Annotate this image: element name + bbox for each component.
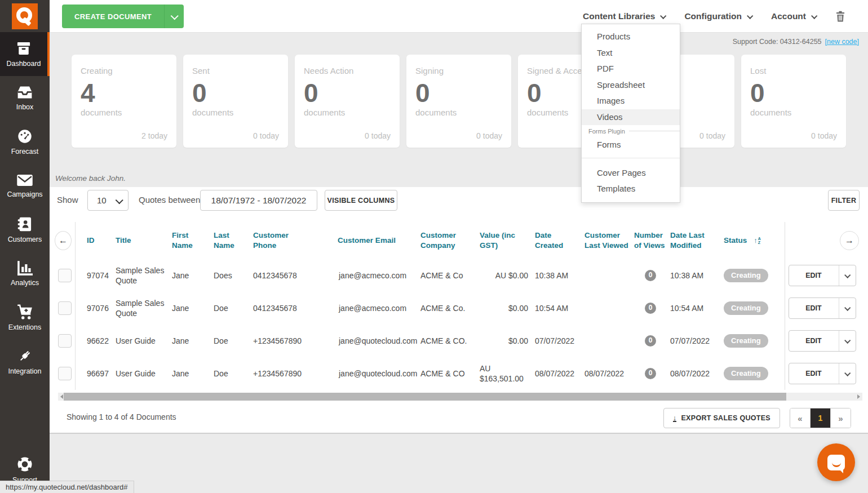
col-header-last-name[interactable]: Last Name xyxy=(214,222,253,259)
date-range-input[interactable]: 18/07/1972 - 18/07/2022 xyxy=(200,190,317,211)
col-header-last-viewed[interactable]: Customer Last Viewed xyxy=(584,222,634,259)
row-checkbox[interactable] xyxy=(58,334,72,348)
envelope-icon xyxy=(16,174,33,187)
edit-button-label[interactable]: EDIT xyxy=(789,298,839,318)
create-document-dropdown-toggle[interactable] xyxy=(164,5,184,28)
cell-last-name: Doe xyxy=(214,325,253,357)
edit-dropdown-toggle[interactable] xyxy=(839,298,856,318)
nav-content-libraries[interactable]: Content Libraries xyxy=(583,11,665,21)
col-header-customer-phone[interactable]: Customer Phone xyxy=(253,222,316,259)
menu-item-pdf[interactable]: PDF xyxy=(582,61,680,77)
cell-last-name: Doe xyxy=(214,292,253,325)
col-header-date-created[interactable]: Date Created xyxy=(535,222,584,259)
download-icon: ↓ xyxy=(673,415,677,422)
nav-account[interactable]: Account xyxy=(771,11,816,21)
card-today: 0 today xyxy=(476,131,502,140)
sidebar-item-analytics[interactable]: Analytics xyxy=(0,252,50,296)
cell-id: 96622 xyxy=(75,325,116,357)
row-checkbox[interactable] xyxy=(58,301,72,315)
scrollbar-thumb[interactable] xyxy=(64,393,786,401)
create-document-label[interactable]: CREATE DOCUMENT xyxy=(62,5,164,28)
col-header-title[interactable]: Title xyxy=(116,222,172,259)
col-header-id[interactable]: ID xyxy=(75,222,116,259)
trash-button[interactable] xyxy=(835,11,845,22)
edit-button-label[interactable]: EDIT xyxy=(789,265,839,286)
sidebar-item-dashboard[interactable]: Dashboard xyxy=(0,32,50,76)
sidebar-item-campaigns[interactable]: Campaigns xyxy=(0,164,50,208)
arrow-right-icon: → xyxy=(845,235,854,247)
cell-last-name: Doe xyxy=(214,357,253,390)
menu-item-videos[interactable]: Videos xyxy=(582,109,680,126)
col-header-customer-company[interactable]: Customer Company xyxy=(420,222,480,259)
chat-launcher-button[interactable] xyxy=(817,443,855,481)
edit-button-label[interactable]: EDIT xyxy=(789,363,839,384)
filter-button[interactable]: FILTER xyxy=(828,190,860,211)
sidebar-item-label: Extentions xyxy=(8,323,41,331)
menu-item-templates[interactable]: Templates xyxy=(582,181,680,197)
col-header-status[interactable]: Status ↑AZ xyxy=(724,222,785,259)
card-today: 0 today xyxy=(811,131,837,140)
menu-item-forms[interactable]: Forms xyxy=(582,137,680,153)
sidebar-item-extentions[interactable]: Extentions xyxy=(0,296,50,340)
chevron-down-icon xyxy=(747,12,753,19)
sidebar-item-label: Integration xyxy=(8,367,41,375)
bar-chart-icon xyxy=(17,261,33,276)
menu-item-images[interactable]: Images xyxy=(582,93,680,109)
edit-button[interactable]: EDIT xyxy=(789,363,856,384)
menu-item-text[interactable]: Text xyxy=(582,45,680,61)
visible-columns-button[interactable]: VISIBLE COLUMNS xyxy=(325,190,397,211)
horizontal-scrollbar[interactable] xyxy=(58,393,862,401)
pagination-prev-button[interactable]: « xyxy=(790,408,810,428)
row-checkbox[interactable] xyxy=(58,269,72,282)
export-sales-quotes-button[interactable]: ↓ EXPORT SALES QUOTES xyxy=(663,408,780,428)
col-header-views[interactable]: Number of Views xyxy=(634,222,670,259)
col-header-modified[interactable]: Date Last Modified xyxy=(670,222,724,259)
sidebar-item-forecast[interactable]: Forecast xyxy=(0,120,50,164)
logo-area[interactable] xyxy=(0,0,50,32)
sidebar-item-inbox[interactable]: Inbox xyxy=(0,76,50,120)
create-document-button[interactable]: CREATE DOCUMENT xyxy=(62,5,184,28)
page-size-select[interactable]: 10 xyxy=(87,190,129,211)
pagination-page-1[interactable]: 1 xyxy=(810,408,830,428)
edit-dropdown-toggle[interactable] xyxy=(839,331,856,351)
nav-content-libraries-label: Content Libraries xyxy=(583,11,655,21)
edit-button-label[interactable]: EDIT xyxy=(789,331,839,351)
pagination-next-button[interactable]: » xyxy=(830,408,851,428)
edit-dropdown-toggle[interactable] xyxy=(839,363,856,384)
edit-button[interactable]: EDIT xyxy=(789,297,856,319)
cell-last-viewed xyxy=(584,259,634,292)
status-header-label: Status xyxy=(724,236,747,246)
menu-item-products[interactable]: Products xyxy=(582,29,680,45)
col-header-customer-email[interactable]: Customer Email xyxy=(316,222,420,259)
stat-card-signing: Signing 0 documents 0 today xyxy=(406,55,511,148)
sort-az-icon[interactable]: ↑AZ xyxy=(754,236,761,246)
chevron-down-icon xyxy=(844,370,851,376)
col-header-first-name[interactable]: First Name xyxy=(172,222,214,259)
edit-dropdown-toggle[interactable] xyxy=(839,265,856,286)
cell-created: 08/07/2022 xyxy=(535,357,584,390)
status-bar-url: https://my.quotecloud.net/dashboard# xyxy=(0,481,134,493)
card-count: 0 xyxy=(192,79,279,108)
sidebar-item-integration[interactable]: Integration xyxy=(0,340,50,384)
col-header-value[interactable]: Value (inc GST) xyxy=(480,222,535,259)
edit-button[interactable]: EDIT xyxy=(789,265,856,286)
scrollbar-right-arrow[interactable] xyxy=(855,393,862,401)
sidebar-item-label: Analytics xyxy=(11,279,39,287)
cell-phone: +1234567890 xyxy=(253,357,316,390)
sidebar-item-label: Customers xyxy=(8,236,42,243)
nav-configuration[interactable]: Configuration xyxy=(684,11,752,21)
menu-item-cover-pages[interactable]: Cover Pages xyxy=(582,165,680,181)
scroll-columns-right-button[interactable]: → xyxy=(840,231,859,250)
menu-item-spreadsheet[interactable]: Spreadsheet xyxy=(582,77,680,94)
sidebar-nav: Dashboard Inbox Forecast xyxy=(0,32,50,384)
edit-button[interactable]: EDIT xyxy=(789,330,856,352)
sidebar-item-customers[interactable]: Customers xyxy=(0,208,50,252)
cell-phone: 0412345678 xyxy=(253,292,316,325)
welcome-text: Welcome back John. xyxy=(55,174,126,183)
showing-text: Showing 1 to 4 of 4 Documents xyxy=(67,412,176,421)
date-range-value: 18/07/1972 - 18/07/2022 xyxy=(211,196,307,206)
row-checkbox[interactable] xyxy=(58,367,72,380)
card-today: 2 today xyxy=(141,131,167,140)
new-code-link[interactable]: [new code] xyxy=(825,38,859,46)
scroll-columns-left-button[interactable]: ← xyxy=(55,231,72,250)
